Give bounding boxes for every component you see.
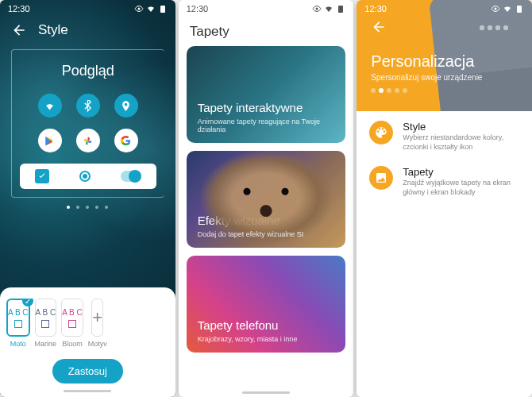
bluetooth-icon [76, 94, 100, 118]
photos-icon [76, 129, 100, 152]
item-subtitle: Znajdź wyjątkowe tapety na ekran główny … [403, 179, 519, 197]
back-icon [371, 19, 387, 35]
style-preview-card: Podgląd [11, 49, 164, 198]
theme-list[interactable]: A B C Moto A B C Marine A B C Bloom [6, 299, 169, 348]
theme-shape-icon [68, 320, 76, 328]
battery-icon [515, 4, 524, 13]
item-title: Style [403, 121, 519, 133]
header: Style [0, 17, 175, 43]
status-time: 12:30 [8, 4, 30, 13]
settings-list: Style Wybierz niestandardowe kolory, czc… [357, 111, 532, 207]
hero-dots [371, 88, 518, 93]
status-bar: 12:30 [179, 0, 354, 17]
theme-label: Moto [10, 340, 26, 348]
battery-icon [336, 4, 345, 13]
play-store-icon [38, 129, 62, 152]
phone-wallpapers: 12:30 Tapety Tapety interaktywne Animowa… [179, 0, 354, 397]
checkbox-preview [35, 169, 49, 183]
eye-icon [134, 4, 144, 13]
hero-title: Personalizacja [371, 52, 518, 71]
theme-label: Marine [35, 340, 57, 348]
theme-selector-panel: A B C Moto A B C Marine A B C Bloom [0, 287, 175, 397]
status-icons [134, 4, 168, 13]
card-subtitle: Dodaj do tapet efekty wizualne SI [198, 230, 335, 238]
google-icon [114, 129, 138, 152]
radio-preview [79, 171, 91, 182]
home-indicator[interactable] [242, 391, 290, 394]
image-icon [369, 166, 393, 190]
theme-shape-icon [41, 320, 49, 328]
palette-icon [369, 121, 393, 145]
theme-card-add[interactable]: + [91, 299, 103, 337]
quick-settings-row [18, 94, 158, 118]
theme-card-bloom[interactable]: A B C [61, 299, 83, 337]
preview-label: Podgląd [18, 63, 158, 79]
card-title: Tapety interaktywne [198, 101, 335, 115]
status-icons [312, 4, 345, 13]
phone-style: 12:30 Style Podgląd [0, 0, 175, 397]
status-time: 12:30 [187, 4, 209, 13]
theme-label: Bloom [62, 340, 83, 348]
wifi-icon [146, 4, 156, 13]
theme-card-moto[interactable]: A B C [6, 299, 30, 337]
battery-icon [158, 4, 168, 13]
home-indicator[interactable] [64, 390, 111, 392]
wallpaper-categories[interactable]: Tapety interaktywne Animowane tapety rea… [179, 46, 354, 353]
card-subtitle: Animowane tapety reagujące na Twoje dzia… [198, 118, 335, 133]
status-icons [491, 4, 524, 13]
item-title: Tapety [403, 166, 519, 178]
theme-sample-text: A B C [8, 308, 29, 317]
app-icons-row [18, 129, 158, 152]
list-item-wallpapers[interactable]: Tapety Znajdź wyjątkowe tapety na ekran … [369, 166, 519, 197]
apply-button[interactable]: Zastosuj [52, 359, 123, 384]
svg-rect-5 [517, 6, 522, 13]
page-title: Tapety [179, 17, 354, 46]
status-bar: 12:30 [357, 0, 532, 17]
theme-shape-icon [14, 320, 22, 328]
svg-point-4 [495, 8, 497, 10]
hero-subtitle: Spersonalizuj swoje urządzenie [371, 73, 518, 82]
wifi-icon [324, 4, 333, 13]
page-title: Style [38, 22, 68, 38]
card-title: Efekty wizualne [198, 214, 335, 228]
eye-icon [491, 4, 500, 13]
list-item-style[interactable]: Style Wybierz niestandardowe kolory, czc… [369, 121, 519, 152]
card-title: Tapety telefonu [198, 318, 335, 333]
status-time: 12:30 [364, 4, 387, 13]
svg-point-0 [137, 8, 140, 10]
theme-label: Motyv [88, 340, 107, 348]
card-phone-wallpapers[interactable]: Tapety telefonu Krajobrazy, wzory, miast… [187, 256, 346, 353]
phone-personalization: 12:30 Personalizacja Spersonalizuj swoje… [357, 0, 532, 397]
page-indicator [0, 206, 175, 209]
controls-preview [20, 164, 156, 189]
svg-rect-3 [338, 6, 343, 13]
svg-point-2 [316, 8, 318, 10]
eye-icon [312, 4, 322, 13]
status-bar: 12:30 [0, 0, 175, 17]
item-subtitle: Wybierz niestandardowe kolory, czcionki … [403, 133, 519, 152]
card-visual-effects[interactable]: Efekty wizualne Dodaj do tapet efekty wi… [187, 151, 346, 248]
wifi-icon [503, 4, 512, 13]
theme-sample-text: A B C [36, 308, 56, 317]
back-button[interactable] [371, 19, 518, 38]
location-icon [114, 94, 138, 118]
theme-sample-text: A B C [62, 308, 83, 317]
back-icon[interactable] [11, 22, 27, 38]
wifi-toggle-icon [38, 94, 62, 118]
switch-preview [121, 171, 141, 182]
card-subtitle: Krajobrazy, wzory, miasta i inne [198, 335, 335, 343]
theme-card-marine[interactable]: A B C [35, 299, 57, 337]
card-interactive-wallpapers[interactable]: Tapety interaktywne Animowane tapety rea… [187, 46, 346, 143]
svg-rect-1 [160, 6, 165, 13]
